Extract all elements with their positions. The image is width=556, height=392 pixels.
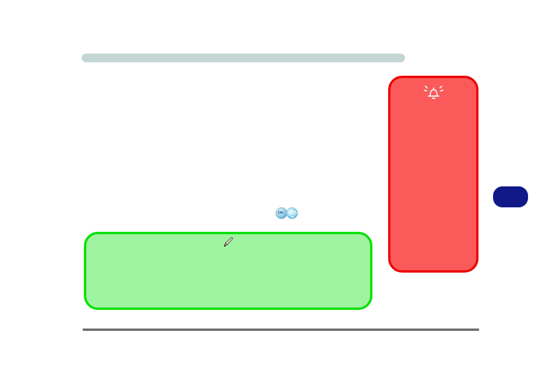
canvas: On (0, 0, 556, 392)
top-bar (82, 54, 405, 62)
status-badges: On (276, 207, 299, 220)
wifi-badge-icon (286, 207, 298, 219)
side-action-pill[interactable] (493, 186, 528, 207)
svg-point-0 (292, 217, 293, 218)
pen-icon (223, 236, 234, 248)
alarm-bell-icon (424, 84, 444, 100)
divider (83, 329, 479, 331)
on-badge-icon: On (276, 207, 287, 219)
on-badge-label: On (278, 210, 283, 214)
alert-panel[interactable] (388, 76, 478, 273)
